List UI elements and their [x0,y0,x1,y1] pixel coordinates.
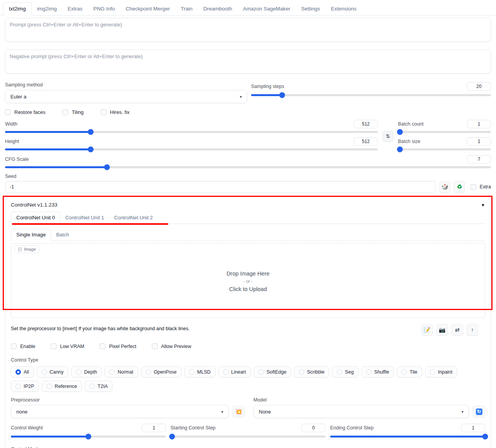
control-type-all[interactable]: All [11,366,34,377]
control-weight-slider[interactable] [11,433,166,440]
low-vram-checkbox[interactable]: Low VRAM [51,343,84,349]
prompt-input[interactable] [5,18,491,42]
slider-fill [251,94,282,96]
control-type-ip2p[interactable]: IP2P [11,381,39,392]
control-type-seg[interactable]: Seg [332,366,358,377]
ending-control-step-input[interactable]: 1 [461,424,485,432]
seed-input[interactable]: -1 [5,181,436,193]
slider-thumb[interactable] [86,434,91,439]
tab-extras[interactable]: Extras [62,3,88,15]
control-type-canny[interactable]: Canny [37,366,68,377]
sampling-method-select[interactable]: Euler a ▾ [5,90,247,103]
restore-faces-checkbox[interactable]: Restore faces [5,109,45,115]
tab-controlnet-unit-1[interactable]: ControlNet Unit 1 [60,212,109,224]
tab-extensions[interactable]: Extensions [326,3,362,15]
allow-preview-checkbox[interactable]: Allow Preview [152,343,191,349]
slider-thumb[interactable] [279,92,285,98]
option-label: MLSD [197,369,211,375]
slider-thumb[interactable] [104,164,110,170]
control-weight-input[interactable]: 1 [142,424,166,432]
control-type-reference[interactable]: Reference [42,381,82,392]
mirror-webcam-button[interactable]: ⇄ [451,324,463,336]
reuse-seed-button[interactable]: ♻ [454,181,465,193]
batch-count-input[interactable]: 1 [467,120,491,128]
tab-settings[interactable]: Settings [296,3,326,15]
slider-thumb[interactable] [169,434,175,439]
slider-thumb[interactable] [88,129,94,135]
slider-fill [5,148,91,150]
random-seed-button[interactable]: 🎲 [439,181,450,193]
checkbox-icon [101,109,107,115]
slider-thumb[interactable] [397,146,403,152]
control-type-scribble[interactable]: Scribble [294,366,329,377]
image-source-tabbar: Single Image Batch [11,229,485,241]
preprocessor-select[interactable]: none ▾ [11,405,229,418]
cfg-scale-slider[interactable] [5,164,491,171]
tab-dreambooth[interactable]: Dreambooth [198,3,238,15]
control-type-openpose[interactable]: OpenPose [141,366,181,377]
width-slider[interactable] [5,128,378,135]
batch-size-slider[interactable] [398,146,491,153]
recycle-icon: ♻ [457,183,462,190]
slider-thumb[interactable] [482,434,488,439]
starting-control-step-slider[interactable] [170,433,326,440]
tab-single-image[interactable]: Single Image [11,229,51,241]
control-type-normal[interactable]: Normal [105,366,138,377]
control-type-t2ia[interactable]: T2IA [85,381,112,392]
height-input[interactable]: 512 [354,137,378,146]
image-dropzone[interactable]: Image Drop Image Here - or - Click to Up… [11,243,485,318]
tiling-checkbox[interactable]: Tiling [62,109,84,115]
webcam-button[interactable]: 📷 [436,324,448,336]
height-slider[interactable] [5,146,378,153]
control-weight-label: Control Weight [11,425,43,431]
tab-controlnet-unit-0[interactable]: ControlNet Unit 0 [11,212,60,224]
option-label: All [24,369,29,375]
tab-txt2img[interactable]: txt2img [3,2,32,16]
sampling-steps-input[interactable]: 20 [467,82,491,91]
tab-png-info[interactable]: PNG Info [88,3,121,15]
negative-prompt-input[interactable] [5,50,491,74]
control-type-softedge[interactable]: SoftEdge [254,366,291,377]
batch-count-slider[interactable] [398,128,491,135]
tab-batch[interactable]: Batch [51,229,74,241]
controlnet-accordion-header[interactable]: ControlNet v1.1.233 ▼ [5,197,491,212]
tab-amazon-sagemaker[interactable]: Amazon SageMaker [238,3,296,15]
refresh-models-button[interactable]: ↻ [473,406,485,417]
sampling-steps-slider[interactable] [251,91,491,98]
model-select[interactable]: None ▾ [253,405,469,418]
radio-icon [366,369,372,375]
starting-control-step-input[interactable]: 0 [301,424,326,432]
control-type-mlsd[interactable]: MLSD [184,366,215,377]
width-input[interactable]: 512 [354,120,378,128]
send-dimensions-button[interactable]: ↑ [467,324,478,336]
control-type-lineart[interactable]: Lineart [219,366,251,377]
control-type-tile[interactable]: Tile [397,366,422,377]
run-preprocessor-button[interactable]: 💥 [232,406,245,417]
cfg-scale-input[interactable]: 7 [467,155,491,164]
hires-fix-checkbox[interactable]: Hires. fix [101,109,130,115]
tab-controlnet-unit-2[interactable]: ControlNet Unit 2 [109,212,158,224]
controlnet-title: ControlNet v1.1.233 [11,202,57,208]
extra-seed-checkbox[interactable]: Extra [470,184,491,190]
slider-thumb[interactable] [397,129,403,135]
batch-size-input[interactable]: 1 [467,137,491,146]
pixel-perfect-label: Pixel Perfect [109,344,136,349]
ending-control-step-slider[interactable] [330,433,485,440]
tab-img2img[interactable]: img2img [32,3,62,15]
click-to-upload-text[interactable]: Click to Upload [226,285,269,294]
swap-width-height-button[interactable]: ⇅ [382,131,393,142]
control-type-shuffle[interactable]: Shuffle [362,366,394,377]
enable-checkbox[interactable]: Enable [11,343,35,349]
restore-faces-label: Restore faces [14,109,45,115]
control-type-inpaint[interactable]: Inpaint [425,366,457,377]
tab-checkpoint-merger[interactable]: Checkpoint Merger [120,3,175,15]
radio-icon [90,384,95,389]
tiling-label: Tiling [72,109,84,115]
slider-thumb[interactable] [88,146,94,152]
control-type-depth[interactable]: Depth [71,366,102,377]
tab-train[interactable]: Train [175,3,198,15]
radio-icon [76,369,81,375]
new-canvas-button[interactable]: 📝 [421,324,433,336]
pixel-perfect-checkbox[interactable]: Pixel Perfect [100,343,136,349]
chevron-down-icon: ▾ [221,410,223,414]
